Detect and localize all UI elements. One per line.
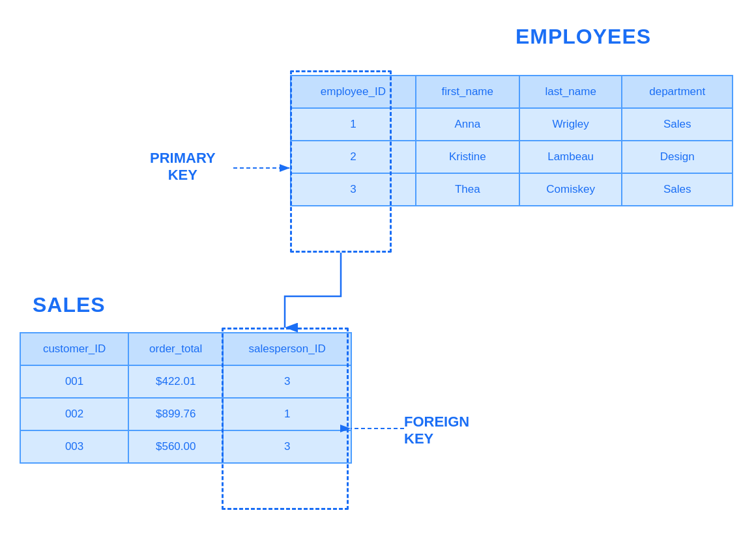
sales-cell: 003 <box>20 430 128 463</box>
diagram-container: EMPLOYEES employee_ID first_name last_na… <box>0 0 756 547</box>
employees-cell: 3 <box>291 173 416 206</box>
sales-data-row: 001$422.013 <box>20 365 351 398</box>
employees-data-row: 3TheaComiskeySales <box>291 173 733 206</box>
employees-col-department: department <box>622 76 733 108</box>
sales-cell: 3 <box>223 430 351 463</box>
employees-title: EMPLOYEES <box>411 25 756 49</box>
sales-cell: 002 <box>20 398 128 430</box>
employees-cell: 1 <box>291 108 416 141</box>
sales-table: customer_ID order_total salesperson_ID 0… <box>20 332 352 464</box>
sales-col-ordertotal: order_total <box>128 333 223 365</box>
employees-db-table: employee_ID first_name last_name departm… <box>290 75 733 206</box>
employees-data-row: 2KristineLambeauDesign <box>291 141 733 173</box>
employees-cell: Sales <box>622 173 733 206</box>
employees-cell: Anna <box>416 108 519 141</box>
sales-cell: $560.00 <box>128 430 223 463</box>
sales-db-table: customer_ID order_total salesperson_ID 0… <box>20 332 352 464</box>
employees-cell: 2 <box>291 141 416 173</box>
sales-title: SALES <box>33 293 106 317</box>
sales-cell: 1 <box>223 398 351 430</box>
employees-col-lastname: last_name <box>519 76 622 108</box>
primary-key-label: PRIMARYKEY <box>150 150 216 184</box>
employees-cell: Kristine <box>416 141 519 173</box>
employees-col-id: employee_ID <box>291 76 416 108</box>
sales-cell: 3 <box>223 365 351 398</box>
sales-col-salespersonid: salesperson_ID <box>223 333 351 365</box>
sales-col-customerid: customer_ID <box>20 333 128 365</box>
sales-cell: $899.76 <box>128 398 223 430</box>
employees-data-row: 1AnnaWrigleySales <box>291 108 733 141</box>
sales-header-row: customer_ID order_total salesperson_ID <box>20 333 351 365</box>
sales-cell: $422.01 <box>128 365 223 398</box>
employees-table: employee_ID first_name last_name departm… <box>290 75 733 206</box>
employees-cell: Thea <box>416 173 519 206</box>
employees-cell: Comiskey <box>519 173 622 206</box>
foreign-key-label: FOREIGNKEY <box>404 414 469 448</box>
sales-cell: 001 <box>20 365 128 398</box>
employees-cell: Lambeau <box>519 141 622 173</box>
sales-data-row: 002$899.761 <box>20 398 351 430</box>
sales-data-row: 003$560.003 <box>20 430 351 463</box>
employees-col-firstname: first_name <box>416 76 519 108</box>
employees-cell: Sales <box>622 108 733 141</box>
employees-cell: Design <box>622 141 733 173</box>
employees-cell: Wrigley <box>519 108 622 141</box>
employees-header-row: employee_ID first_name last_name departm… <box>291 76 733 108</box>
